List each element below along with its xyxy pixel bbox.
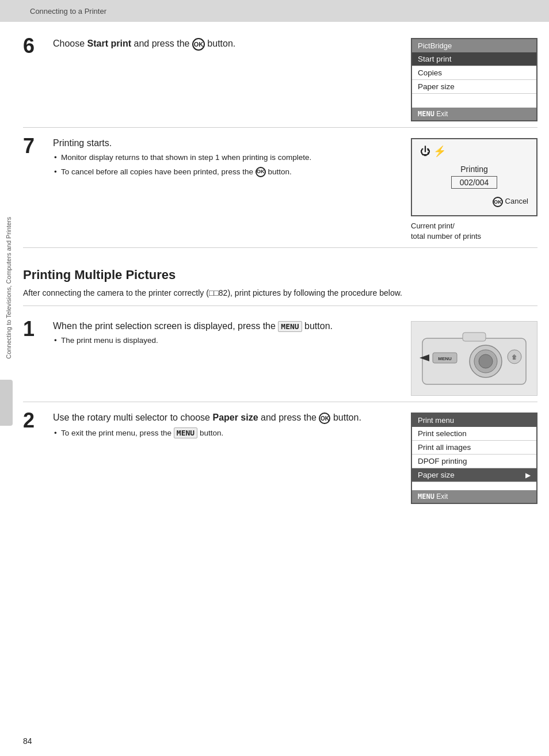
caption-line1: Current print/	[411, 222, 455, 230]
pictbridge-item-0: Start print	[412, 52, 536, 66]
menu-label-1: MENU	[278, 321, 302, 332]
arrow-right-icon: ▶	[525, 471, 531, 479]
step-6-title-after: and press the	[131, 39, 189, 48]
step-7-image: ⏻ ⚡ Printing 002/004 OK Cancel Current p…	[411, 138, 537, 242]
step-1-multi: 1 When the print selection screen is dis…	[23, 311, 537, 402]
pictbridge-footer: MENU Exit	[412, 108, 536, 120]
section-divider	[23, 306, 537, 306]
menu-label-2: MENU	[174, 427, 197, 438]
ok-icon-step2: OK	[319, 413, 330, 424]
header-title: Connecting to a Printer	[30, 7, 106, 16]
camera-illustration: MENU 🗑	[411, 321, 537, 396]
print-screen-caption: Current print/ total number of prints	[411, 221, 481, 242]
pictbridge-menu-title: PictBridge	[412, 39, 536, 52]
pictbridge-item-2: Paper size	[412, 80, 536, 94]
step-7-number: 7	[23, 136, 53, 156]
print-screen: ⏻ ⚡ Printing 002/004 OK Cancel	[411, 138, 537, 216]
step-2-title-end: button.	[333, 413, 361, 422]
section-heading-block: Printing Multiple Pictures After connect…	[23, 248, 537, 300]
step-2-multi-bullets: To exit the print menu, press the MENU b…	[53, 427, 401, 439]
paper-size-label: Paper size	[418, 471, 455, 479]
print-menu-item-0: Print selection	[412, 427, 536, 441]
step-7-title: Printing starts.	[53, 138, 401, 148]
pictbridge-menu: PictBridge Start print Copies Paper size…	[411, 38, 537, 121]
step-7-bullets: Monitor display returns to that shown in…	[53, 152, 401, 177]
print-menu-item-3: Paper size ▶	[412, 468, 536, 482]
cancel-label: Cancel	[505, 197, 528, 205]
step-6-title-end: button.	[207, 39, 235, 48]
step-6-title: Choose Start print and press the OK butt…	[53, 38, 401, 51]
step-2-title-before: Use the rotary multi selector to choose	[53, 413, 212, 422]
print-menu-item-1: Print all images	[412, 441, 536, 455]
svg-text:MENU: MENU	[438, 356, 452, 361]
print-menu-footer: MENU Exit	[412, 490, 536, 503]
print-cancel: OK Cancel	[420, 197, 528, 207]
step-2-title-bold: Paper size	[212, 413, 258, 422]
page: Connecting to a Printer Connecting to Te…	[0, 0, 549, 756]
step-2-multi-bullet-1: To exit the print menu, press the MENU b…	[53, 427, 401, 439]
step-2-multi-number: 2	[23, 410, 53, 431]
svg-text:🗑: 🗑	[512, 354, 517, 360]
step-6-title-before: Choose	[53, 39, 87, 48]
step-7-body: Printing starts. Monitor display returns…	[53, 138, 401, 180]
print-menu-title: Print menu	[412, 414, 536, 427]
camera-svg: MENU 🗑	[417, 327, 532, 390]
step-1-multi-bullets: The print menu is displayed.	[53, 335, 401, 346]
side-tab	[0, 380, 13, 426]
ok-button-icon-6: OK	[192, 38, 205, 51]
step-1-multi-title: When the print selection screen is displ…	[53, 321, 401, 331]
printing-label: Printing	[420, 165, 528, 174]
main-content: 6 Choose Start print and press the OK bu…	[23, 22, 537, 510]
step-2-multi-body: Use the rotary multi selector to choose …	[53, 413, 401, 442]
section-heading: Printing Multiple Pictures	[23, 268, 537, 282]
header-bar: Connecting to a Printer	[0, 0, 549, 22]
page-number: 84	[23, 736, 32, 746]
step-2-multi-image: Print menu Print selection Print all ima…	[411, 413, 537, 504]
section-intro: After connecting the camera to the print…	[23, 287, 537, 300]
caption-line2: total number of prints	[411, 232, 481, 240]
step-2-multi-title: Use the rotary multi selector to choose …	[53, 413, 401, 424]
step-1-multi-bullet-1: The print menu is displayed.	[53, 335, 401, 346]
step-2-multi: 2 Use the rotary multi selector to choos…	[23, 402, 537, 510]
step-1-multi-number: 1	[23, 319, 53, 339]
printing-counter: 002/004	[451, 176, 498, 189]
svg-rect-4	[463, 333, 486, 341]
step-6-number: 6	[23, 36, 53, 56]
step-6-title-bold: Start print	[87, 39, 131, 48]
step-2-title-after: and press the	[258, 413, 317, 422]
step-6-body: Choose Start print and press the OK butt…	[53, 38, 401, 54]
step-1-multi-body: When the print selection screen is displ…	[53, 321, 401, 349]
ok-icon-cancel: OK	[493, 197, 503, 207]
step-7-bullet-2: To cancel before all copies have been pr…	[53, 166, 401, 178]
print-menu-item-2: DPOF printing	[412, 455, 536, 468]
step-7: 7 Printing starts. Monitor display retur…	[23, 128, 537, 248]
step-1-multi-image: MENU 🗑	[411, 321, 537, 396]
print-screen-icons: ⏻ ⚡	[420, 145, 528, 158]
ok-icon-7: OK	[256, 167, 266, 177]
step-7-bullet-1: Monitor display returns to that shown in…	[53, 152, 401, 163]
side-label-text: Connecting to Televisions, Computers and…	[5, 217, 12, 359]
print-menu: Print menu Print selection Print all ima…	[411, 413, 537, 504]
svg-point-3	[479, 354, 493, 368]
step-6-image: PictBridge Start print Copies Paper size…	[411, 38, 537, 121]
pictbridge-item-1: Copies	[412, 66, 536, 80]
step-6: 6 Choose Start print and press the OK bu…	[23, 28, 537, 128]
